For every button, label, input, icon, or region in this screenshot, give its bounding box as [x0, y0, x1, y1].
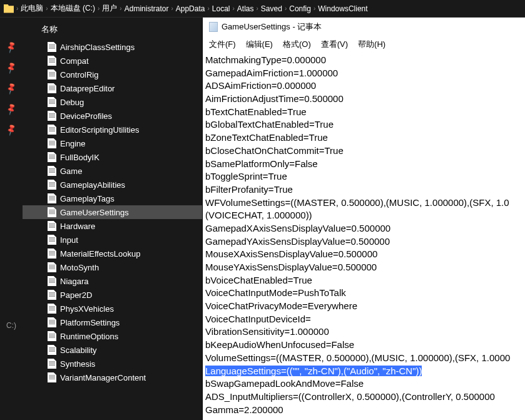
- file-item[interactable]: GameplayAbilities: [23, 178, 202, 192]
- file-item[interactable]: ControlRig: [23, 68, 202, 81]
- file-icon: [48, 152, 56, 162]
- file-icon: [48, 221, 56, 231]
- file-item[interactable]: MaterialEffectsLookup: [23, 247, 202, 260]
- menu-item[interactable]: 帮助(H): [358, 39, 385, 50]
- file-item[interactable]: AirshipClassSettings: [23, 40, 202, 54]
- text-line: VoiceChatPrivacyMode=Everywhere: [205, 300, 522, 313]
- chevron-right-icon: ›: [98, 5, 99, 12]
- notepad-window: GameUserSettings - 记事本 文件(F)编辑(E)格式(O)查看…: [203, 18, 525, 420]
- file-item[interactable]: MotoSynth: [23, 260, 202, 274]
- breadcrumb-item[interactable]: Local: [212, 4, 230, 13]
- chevron-right-icon: ›: [16, 5, 18, 12]
- file-item[interactable]: FullBodyIK: [23, 150, 202, 164]
- breadcrumb-item[interactable]: Config: [289, 4, 311, 13]
- file-label: EditorScriptingUtilities: [60, 125, 139, 135]
- file-icon: [48, 111, 56, 121]
- file-item[interactable]: Compat: [23, 54, 202, 68]
- file-item[interactable]: DeviceProfiles: [23, 109, 202, 123]
- menu-item[interactable]: 格式(O): [283, 39, 311, 50]
- file-item[interactable]: PlatformSettings: [23, 315, 202, 329]
- file-label: Synthesis: [60, 359, 95, 369]
- file-label: GameUserSettings: [60, 208, 129, 217]
- file-item[interactable]: EditorScriptingUtilities: [23, 123, 202, 136]
- text-line: bCloseChatOnChatCommit=True: [205, 145, 522, 158]
- text-line: GamepadXAxisSensDisplayValue=0.500000: [205, 222, 522, 235]
- breadcrumb-item[interactable]: Atlas: [237, 4, 254, 13]
- file-label: Game: [60, 166, 82, 176]
- file-icon: [48, 290, 56, 300]
- breadcrumb-item[interactable]: 此电脑: [21, 3, 43, 14]
- file-label: Niagara: [60, 277, 89, 286]
- text-line: bSamePlatformOnly=False: [205, 158, 522, 171]
- menu-item[interactable]: 文件(F): [209, 39, 236, 50]
- file-label: MaterialEffectsLookup: [60, 249, 140, 259]
- file-item[interactable]: RuntimeOptions: [23, 329, 202, 343]
- notepad-text-area[interactable]: MatchmakingType=0.000000GamepadAimFricti…: [203, 54, 525, 420]
- text-line: ADS_InputMultipliers=((ControllerX, 0.50…: [205, 391, 522, 404]
- file-item[interactable]: GameUserSettings: [23, 205, 202, 219]
- file-label: MotoSynth: [60, 263, 99, 272]
- file-item[interactable]: DataprepEditor: [23, 81, 202, 95]
- file-item[interactable]: Input: [23, 233, 202, 247]
- file-item[interactable]: VariantManagerContent: [23, 371, 202, 384]
- file-list-panel: 名称 AirshipClassSettingsCompatControlRigD…: [23, 18, 203, 420]
- file-label: PlatformSettings: [60, 318, 120, 327]
- pin-icon[interactable]: 📌: [4, 82, 18, 95]
- file-item[interactable]: Debug: [23, 95, 202, 109]
- folder-icon: [4, 4, 14, 13]
- file-item[interactable]: Paper2D: [23, 288, 202, 302]
- file-icon: [48, 56, 56, 66]
- file-label: VariantManagerContent: [60, 373, 146, 382]
- file-icon: [48, 235, 56, 245]
- breadcrumb-item[interactable]: AppData: [176, 4, 205, 13]
- text-line: MouseXAxisSensDisplayValue=0.500000: [205, 248, 522, 261]
- breadcrumb-item[interactable]: Administrator: [125, 4, 169, 13]
- menu-item[interactable]: 查看(V): [321, 39, 348, 50]
- text-line: bSwapGamepadLookAndMove=False: [205, 377, 522, 391]
- file-label: RuntimeOptions: [60, 332, 118, 341]
- file-icon: [48, 372, 56, 382]
- breadcrumb-item[interactable]: 用户: [102, 3, 117, 14]
- pin-icon[interactable]: 📌: [4, 41, 18, 54]
- file-icon: [48, 317, 56, 327]
- file-icon: [48, 345, 56, 355]
- file-label: PhysXVehicles: [60, 304, 114, 314]
- file-item[interactable]: Synthesis: [23, 357, 202, 371]
- file-label: Scalability: [60, 346, 97, 355]
- chevron-right-icon: ›: [171, 5, 173, 12]
- file-item[interactable]: PhysXVehicles: [23, 302, 202, 315]
- menu-item[interactable]: 编辑(E): [246, 39, 273, 50]
- breadcrumb-item[interactable]: 本地磁盘 (C:): [51, 3, 95, 14]
- file-label: Engine: [60, 139, 85, 148]
- file-label: AirshipClassSettings: [60, 43, 135, 52]
- breadcrumb-item[interactable]: Saved: [261, 4, 282, 13]
- text-line: GamepadAimFriction=1.000000: [205, 67, 522, 80]
- file-item[interactable]: Engine: [23, 136, 202, 150]
- file-item[interactable]: GameplayTags: [23, 192, 202, 205]
- file-item[interactable]: Scalability: [23, 343, 202, 357]
- pin-icon[interactable]: 📌: [4, 61, 18, 74]
- file-item[interactable]: Hardware: [23, 219, 202, 233]
- file-item[interactable]: Game: [23, 164, 202, 178]
- column-header-name[interactable]: 名称: [23, 18, 202, 40]
- chevron-right-icon: ›: [46, 5, 48, 12]
- text-line: bGlobalTextChatEnabled=True: [205, 118, 522, 131]
- file-icon: [48, 166, 56, 176]
- notepad-title: GameUserSettings - 记事本: [222, 21, 322, 33]
- file-label: Debug: [60, 98, 84, 107]
- pin-icon[interactable]: 📌: [4, 103, 18, 116]
- notepad-title-bar: GameUserSettings - 记事本: [203, 18, 525, 36]
- text-line: bKeepAudioWhenUnfocused=False: [205, 339, 522, 352]
- file-list: AirshipClassSettingsCompatControlRigData…: [23, 40, 202, 384]
- pin-icon[interactable]: 📌: [4, 123, 18, 136]
- pin-bar: 📌 📌 📌 📌 📌 C:): [0, 18, 23, 420]
- file-icon: [48, 304, 56, 314]
- text-line: Gamma=2.200000: [205, 404, 522, 417]
- chevron-right-icon: ›: [285, 5, 287, 12]
- document-icon: [209, 22, 218, 32]
- file-icon: [48, 69, 56, 79]
- breadcrumb-item[interactable]: WindowsClient: [318, 4, 367, 13]
- file-item[interactable]: Niagara: [23, 274, 202, 288]
- text-line: bFilterProfanity=True: [205, 183, 522, 197]
- text-line: bVoiceChatEnabled=True: [205, 274, 522, 287]
